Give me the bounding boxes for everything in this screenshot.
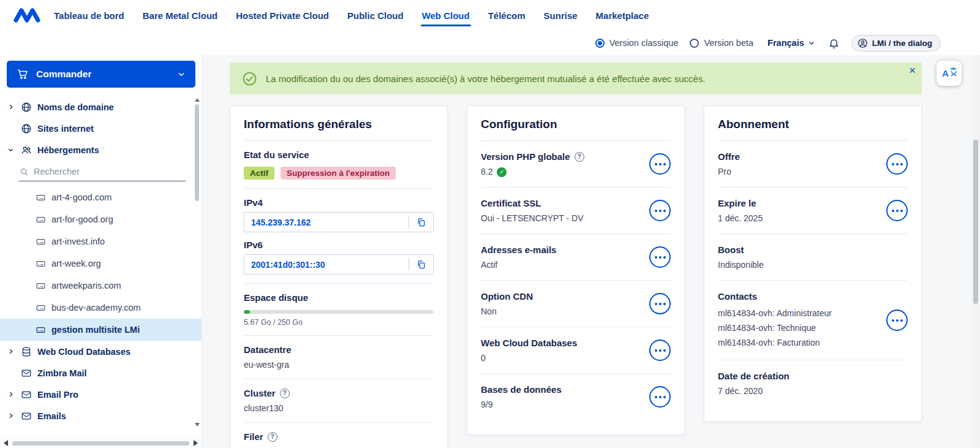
hosting-item-bus-dev-academy[interactable]: bus-dev-academy.com bbox=[0, 297, 202, 319]
offer-label: Offre bbox=[718, 151, 740, 162]
scroll-right-arrow[interactable] bbox=[194, 440, 198, 446]
version-classic-label: Version classique bbox=[609, 38, 679, 48]
svg-text:A: A bbox=[942, 68, 949, 78]
sidebar-item-emails[interactable]: Emails bbox=[0, 405, 202, 427]
offer-actions-menu-button[interactable] bbox=[886, 153, 908, 175]
version-classic-radio[interactable]: Version classique bbox=[595, 38, 679, 48]
copy-ipv6-button[interactable] bbox=[409, 258, 426, 271]
webcloud-db-value: 0 bbox=[481, 353, 577, 363]
hosting-label: artweekparis.com bbox=[51, 281, 121, 290]
user-label: LMi / the dialog bbox=[872, 39, 932, 48]
nav-marketplace[interactable]: Marketplace bbox=[596, 0, 649, 31]
nav-telecom[interactable]: Télécom bbox=[488, 0, 526, 31]
order-button[interactable]: Commander bbox=[7, 61, 195, 88]
sidebar-tree: Noms de domaine Sites internet Hébergeme… bbox=[0, 96, 202, 427]
hosting-item-art-invest[interactable]: art-invest.info bbox=[0, 230, 202, 252]
disk-section: Espace disque 5.67 Go / 250 Go bbox=[244, 284, 434, 336]
notifications-button[interactable] bbox=[828, 37, 840, 49]
translate-button[interactable]: A bbox=[937, 61, 962, 86]
envelope-icon bbox=[21, 368, 32, 379]
ssl-actions-menu-button[interactable] bbox=[649, 200, 671, 221]
sidebar-item-email-pro[interactable]: Email Pro bbox=[0, 384, 202, 405]
subscription-row-boost: Boost Indisponible bbox=[718, 234, 908, 281]
webcloud-db-actions-menu-button[interactable] bbox=[649, 340, 671, 361]
sidebar-vertical-scrollbar[interactable] bbox=[195, 104, 199, 201]
config-row-ssl: Certificat SSL Oui - LETSENCRYPT - DV bbox=[481, 188, 671, 234]
hosting-item-gestion-multisite-lmi[interactable]: gestion multisite LMi bbox=[0, 319, 202, 341]
sidebar-item-web-cloud-databases[interactable]: Web Cloud Databases bbox=[0, 341, 202, 362]
sidebar-item-zimbra-mail[interactable]: Zimbra Mail bbox=[0, 362, 202, 384]
server-icon bbox=[36, 325, 46, 335]
nav-web-cloud[interactable]: Web Cloud bbox=[422, 0, 470, 31]
sidebar-item-label: Noms de domaine bbox=[37, 102, 114, 112]
offer-value: Pro bbox=[718, 167, 740, 177]
hosting-search bbox=[18, 164, 186, 181]
php-actions-menu-button[interactable] bbox=[649, 153, 671, 175]
expiry-value: 1 déc. 2025 bbox=[718, 213, 763, 224]
help-icon[interactable]: ? bbox=[575, 152, 584, 162]
page-scrollbar-thumb[interactable] bbox=[973, 140, 978, 304]
ovh-logo[interactable] bbox=[0, 7, 54, 24]
sidebar-scroll-down-arrow[interactable] bbox=[195, 423, 200, 427]
help-icon[interactable]: ? bbox=[280, 389, 290, 398]
secondary-header: Version classique Version beta Français … bbox=[0, 31, 980, 55]
main-content: La modification du ou des domaines assoc… bbox=[202, 55, 980, 448]
translate-icon: A bbox=[941, 66, 957, 82]
search-icon bbox=[20, 167, 29, 177]
user-icon bbox=[858, 38, 868, 48]
sidebar-item-hebergements[interactable]: Hébergements bbox=[0, 139, 202, 161]
expiry-actions-menu-button[interactable] bbox=[886, 200, 908, 221]
config-row-webcloud-db: Web Cloud Databases 0 bbox=[481, 327, 671, 374]
sidebar-item-sites-internet[interactable]: Sites internet bbox=[0, 118, 202, 139]
contact-tech: ml614834-ovh: Technique bbox=[718, 321, 832, 335]
databases-label: Bases de données bbox=[481, 384, 562, 395]
sidebar-item-label: Sites internet bbox=[37, 124, 94, 134]
sidebar-item-label: Emails bbox=[37, 411, 66, 421]
sidebar-item-noms-de-domaine[interactable]: Noms de domaine bbox=[0, 96, 202, 118]
chevron-down-icon bbox=[6, 146, 15, 153]
sidebar-item-label: Email Pro bbox=[37, 390, 78, 400]
radio-selected-icon bbox=[595, 39, 605, 48]
horizontal-scroll-thumb[interactable] bbox=[12, 441, 189, 446]
hosting-label: art-4-good.com bbox=[51, 192, 111, 202]
help-icon[interactable]: ? bbox=[268, 432, 277, 442]
banner-close-button[interactable]: × bbox=[909, 64, 916, 77]
scroll-left-arrow[interactable] bbox=[4, 440, 8, 446]
ssl-label: Certificat SSL bbox=[481, 197, 584, 209]
nav-sunrise[interactable]: Sunrise bbox=[544, 0, 578, 31]
server-icon bbox=[36, 192, 46, 203]
hosting-item-art-for-good[interactable]: art-for-good.org bbox=[0, 208, 202, 230]
emails-actions-menu-button[interactable] bbox=[649, 246, 671, 268]
subscription-row-expiry: Expire le 1 déc. 2025 bbox=[718, 188, 908, 234]
contacts-actions-menu-button[interactable] bbox=[886, 309, 908, 331]
nav-public-cloud[interactable]: Public Cloud bbox=[347, 0, 404, 31]
nav-hosted-private-cloud[interactable]: Hosted Private Cloud bbox=[236, 0, 329, 31]
sidebar-scroll-up-arrow[interactable] bbox=[195, 98, 200, 102]
subscription-row-creation: Date de création 7 déc. 2020 bbox=[718, 360, 908, 406]
nav-tableau-de-bord[interactable]: Tableau de bord bbox=[54, 0, 124, 31]
service-state-section: Etat du service Actif Suppression à l'ex… bbox=[244, 141, 434, 189]
cdn-label: Option CDN bbox=[481, 290, 533, 302]
sidebar: Commander Noms de domaine Sites internet bbox=[0, 55, 202, 448]
order-button-label: Commander bbox=[36, 69, 91, 80]
databases-actions-menu-button[interactable] bbox=[649, 386, 671, 408]
hosting-item-art-4-good[interactable]: art-4-good.com bbox=[0, 186, 202, 208]
disk-usage-fill bbox=[244, 310, 250, 314]
search-input[interactable] bbox=[34, 167, 162, 177]
config-row-databases: Bases de données 9/9 bbox=[481, 374, 671, 420]
filer-label: Filer bbox=[244, 431, 263, 442]
user-account-button[interactable]: LMi / the dialog bbox=[851, 35, 941, 51]
cdn-actions-menu-button[interactable] bbox=[649, 293, 671, 314]
version-beta-radio[interactable]: Version beta bbox=[690, 38, 753, 48]
banner-message: La modification du ou des domaines assoc… bbox=[266, 74, 706, 84]
ipv4-field: 145.239.37.162 bbox=[244, 212, 434, 232]
database-icon bbox=[21, 346, 32, 357]
hosting-item-artweekparis[interactable]: artweekparis.com bbox=[0, 275, 202, 297]
language-selector[interactable]: Français bbox=[767, 38, 815, 48]
general-info-card: Informations générales Etat du service A… bbox=[230, 105, 448, 448]
hosting-item-art-week[interactable]: art-week.org bbox=[0, 252, 202, 275]
copy-ipv4-button[interactable] bbox=[409, 216, 426, 229]
nav-bare-metal-cloud[interactable]: Bare Metal Cloud bbox=[143, 0, 218, 31]
card-title: Abonnement bbox=[718, 106, 908, 141]
server-icon bbox=[36, 259, 46, 269]
